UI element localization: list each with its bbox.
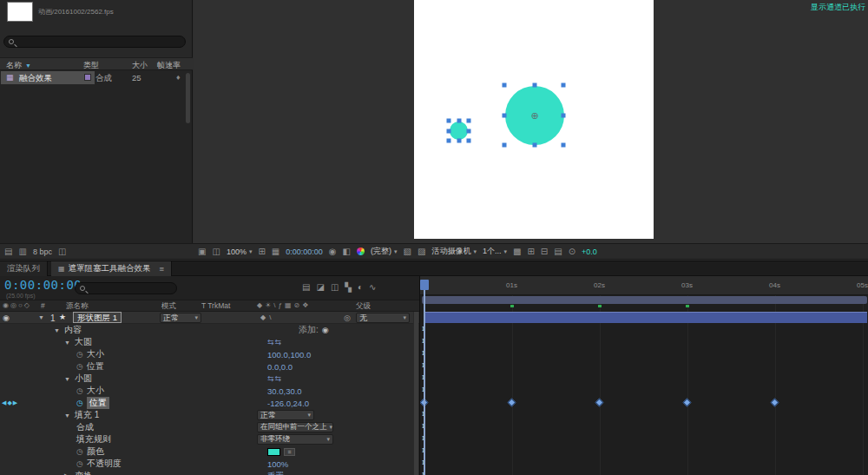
column-mode[interactable]: 模式: [161, 301, 176, 312]
stopwatch-icon[interactable]: ◷: [76, 399, 87, 407]
work-area-bar[interactable]: [422, 296, 867, 304]
parent-select[interactable]: 无▾: [356, 313, 410, 323]
keyframe-diamond[interactable]: [508, 399, 516, 407]
twirl-open-icon[interactable]: ▼: [54, 327, 64, 333]
blend-mode-select[interactable]: 正常▾: [160, 313, 201, 323]
twirl-open-icon[interactable]: ▼: [64, 376, 75, 382]
property-row-contents[interactable]: ▼ 内容 添加:◉: [0, 324, 413, 336]
playhead[interactable]: [420, 280, 429, 290]
stopwatch-icon[interactable]: ◷: [76, 447, 87, 456]
property-value[interactable]: 100%: [267, 459, 288, 469]
roi-icon[interactable]: ▧: [404, 247, 411, 256]
keyframe-navigator[interactable]: ◀◆▶: [2, 399, 18, 406]
selection-handle[interactable]: [447, 139, 451, 143]
stopwatch-icon[interactable]: ◷: [76, 386, 87, 395]
channel-icon[interactable]: [357, 247, 365, 255]
reset-link[interactable]: 重置: [267, 471, 284, 475]
property-value[interactable]: -126.0,24.0: [267, 399, 309, 408]
selection-handle[interactable]: [467, 129, 471, 134]
property-row-size-big[interactable]: ◷ 大小 100.0,100.0: [0, 348, 413, 360]
property-label[interactable]: 颜色: [87, 445, 104, 458]
selection-handle[interactable]: [457, 139, 462, 143]
eye-icon[interactable]: ◉: [3, 313, 10, 322]
time-ruler[interactable]: [420, 276, 868, 295]
property-row-opacity[interactable]: ◷ 不透明度 100%: [0, 458, 413, 470]
keyframe-diamond[interactable]: [595, 399, 604, 407]
group-label[interactable]: 内容: [64, 324, 82, 336]
column-framerate[interactable]: 帧速率: [157, 60, 181, 71]
stopwatch-icon[interactable]: ◷: [76, 362, 87, 371]
color-edit-icon[interactable]: =: [284, 448, 295, 456]
property-label[interactable]: 位置: [87, 360, 104, 373]
region-select-icon[interactable]: ▣: [198, 247, 206, 256]
tab-render-queue[interactable]: 渲染队列: [0, 261, 48, 276]
keyframe-diamond[interactable]: [683, 399, 692, 407]
composite-select[interactable]: 在同组中前一个之上▾: [257, 422, 333, 432]
group-label[interactable]: 填充 1: [75, 409, 99, 421]
selection-handle[interactable]: [457, 119, 462, 123]
selection-handle[interactable]: [503, 143, 507, 148]
exposure-icon[interactable]: ⊙: [569, 247, 575, 256]
quality-switch-icon[interactable]: ◆: [260, 313, 269, 321]
pixel-aspect-icon[interactable]: ▩: [513, 247, 521, 256]
selection-handle[interactable]: [503, 114, 507, 118]
selection-handle[interactable]: [533, 83, 537, 88]
show-snapshot-icon[interactable]: ◧: [343, 247, 351, 256]
column-size[interactable]: 大小: [132, 60, 148, 71]
property-row-size-small[interactable]: ◷ 大小 30.0,30.0: [0, 385, 413, 397]
composition-canvas[interactable]: ⊕: [414, 0, 654, 239]
timeline-jump-icon[interactable]: ⊟: [541, 247, 548, 256]
panel-menu-icon[interactable]: ≡: [160, 264, 165, 274]
column-name[interactable]: 名称▼: [6, 60, 31, 71]
property-value[interactable]: 100.0,100.0: [267, 350, 311, 360]
twirl-open-icon[interactable]: ▼: [64, 340, 75, 346]
selection-handle[interactable]: [562, 83, 566, 88]
new-folder-icon[interactable]: ◫: [58, 247, 66, 256]
selection-handle[interactable]: [447, 119, 451, 123]
property-label[interactable]: 合成: [76, 421, 94, 433]
property-label-selected[interactable]: 位置: [87, 397, 109, 409]
column-trkmat[interactable]: T TrkMat: [201, 301, 230, 310]
property-row-fill[interactable]: ▼ 填充 1 正常▾: [0, 409, 413, 421]
property-label[interactable]: 填充规则: [76, 433, 111, 445]
small-circle-shape[interactable]: [450, 122, 468, 140]
stopwatch-icon[interactable]: ◷: [76, 459, 87, 468]
timeline-track-area[interactable]: 01s02s03s04s05sIIIIIIIIIIIII: [419, 276, 868, 475]
add-button-icon[interactable]: ◉: [322, 326, 329, 334]
next-keyframe-icon[interactable]: ▶: [13, 399, 18, 406]
layer-name-input[interactable]: 形状图层 1: [73, 312, 122, 323]
monitor-icon[interactable]: ◫: [212, 247, 220, 256]
column-index[interactable]: #: [41, 301, 45, 310]
snapshot-icon[interactable]: ◉: [329, 247, 337, 256]
selection-handle[interactable]: [467, 119, 471, 123]
column-parent[interactable]: 父级: [356, 301, 371, 312]
twirl-open-icon[interactable]: ▼: [38, 314, 44, 320]
property-row-big-circle[interactable]: ▼ 大圆 ⇆⇆: [0, 336, 413, 348]
sort-desc-icon[interactable]: ▼: [25, 63, 31, 69]
draft-3d-icon[interactable]: ◪: [316, 283, 324, 292]
property-value[interactable]: 0.0,0.0: [267, 362, 293, 372]
fast-preview-icon[interactable]: ⊞: [527, 247, 534, 256]
group-label[interactable]: 小圆: [75, 373, 92, 385]
pick-whip-icon[interactable]: ◎: [344, 313, 351, 322]
interpret-footage-icon[interactable]: ▤: [4, 247, 12, 256]
flowchart-icon[interactable]: ▤: [554, 247, 562, 256]
frame-blend-icon[interactable]: ▚: [345, 283, 352, 292]
bit-depth-label[interactable]: 8 bpc: [33, 247, 52, 256]
property-row-transform[interactable]: ▶ 变换 重置: [0, 470, 413, 475]
view-layout-select[interactable]: 1个...▾: [483, 246, 507, 257]
property-value[interactable]: 30.0,30.0: [267, 386, 302, 396]
group-label[interactable]: 大圆: [75, 336, 92, 348]
fx-switch-icon[interactable]: \: [269, 313, 274, 321]
resolution-select[interactable]: (完整)▾: [371, 246, 398, 257]
selection-handle[interactable]: [562, 114, 566, 118]
property-row-position-small[interactable]: ◀◆▶ ◷ 位置 -126.0,24.0: [0, 397, 413, 409]
fill-rule-select[interactable]: 非零环绕▾: [257, 434, 333, 445]
property-row-position-big[interactable]: ◷ 位置 0.0,0.0: [0, 360, 413, 373]
anchor-point-icon[interactable]: ⊕: [530, 110, 538, 122]
selection-handle[interactable]: [533, 143, 537, 148]
camera-select[interactable]: 活动摄像机▾: [431, 246, 477, 257]
proxy-icon[interactable]: ▥: [18, 247, 26, 256]
project-search-input[interactable]: [3, 36, 186, 48]
fill-blend-select[interactable]: 正常▾: [257, 410, 314, 420]
